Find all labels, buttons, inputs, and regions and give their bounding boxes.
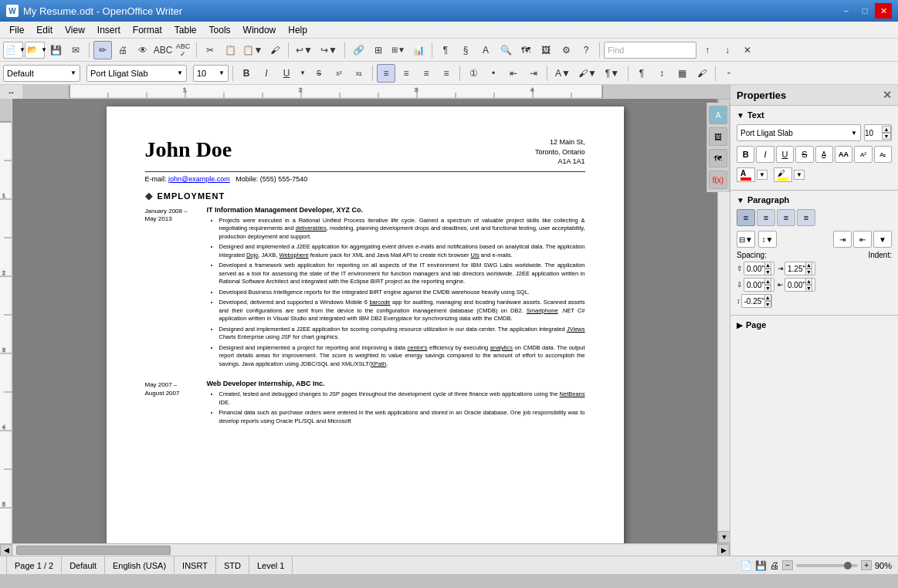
bold-btn[interactable]: B (737, 146, 754, 163)
linesp-panel-btn[interactable]: ↕▼ (758, 231, 777, 248)
indent-right-input[interactable]: 1.25" ▲ ▼ (784, 262, 815, 275)
copy-button[interactable]: 📋 (221, 41, 239, 59)
find-prev-button[interactable]: ↑ (698, 41, 717, 59)
font-color-dropdown[interactable]: A▼ (551, 64, 574, 83)
font-family-dropdown[interactable]: Port Lligat Slab ▼ (737, 124, 861, 141)
below-input[interactable]: 0.00" ▲ ▼ (744, 278, 774, 292)
underline-button[interactable]: U (277, 64, 296, 83)
indent-below-input[interactable]: 0.00" ▲ ▼ (784, 278, 815, 292)
close-button[interactable]: ✕ (875, 3, 892, 19)
scroll-down-button[interactable]: ▼ (718, 531, 730, 543)
indent-more-button[interactable]: ⇥ (524, 64, 543, 83)
navigator-panel-icon[interactable]: 🗺 (709, 149, 727, 167)
indent-options-btn[interactable]: ▼ (873, 231, 892, 248)
indent-less-panel-btn[interactable]: ⇤ (853, 231, 872, 248)
italic-btn[interactable]: I (756, 146, 774, 163)
gallery-panel-icon[interactable]: 🖼 (709, 127, 727, 146)
paragraph-section-header[interactable]: ▼ Paragraph (737, 195, 892, 204)
list-spacing-spinner[interactable]: ▲ ▼ (764, 294, 771, 308)
align-center-panel-btn[interactable]: ≡ (757, 209, 775, 226)
basic-button[interactable]: ⚙ (557, 41, 575, 59)
paste-button[interactable]: 📋▼ (241, 41, 264, 59)
char-format-button[interactable]: ¶▼ (601, 64, 624, 83)
para-style-button[interactable]: ¶ (632, 64, 651, 83)
uppercase-btn[interactable]: AA (835, 146, 852, 163)
border-button[interactable]: ▦ (673, 64, 691, 83)
toolbar-open-dropdown[interactable]: 📂▼ (25, 42, 45, 59)
scroll-left-button[interactable]: ◀ (0, 544, 12, 556)
subscript-button[interactable]: x₂ (350, 64, 368, 83)
linesp-button[interactable]: ↕ (652, 64, 671, 83)
hyperlink-button[interactable]: 🔗 (349, 41, 368, 59)
fields-button[interactable]: § (456, 41, 475, 59)
list-sp-up[interactable]: ▲ (764, 294, 771, 301)
list-style-btn[interactable]: ⊟▼ (737, 231, 755, 248)
fontsize-dropdown[interactable]: 10 ▼ (193, 65, 229, 82)
styles-button[interactable]: ¶ (436, 41, 455, 59)
align-left-panel-btn[interactable]: ≡ (737, 209, 755, 226)
list-spacing-input[interactable]: -0.25" ▲ ▼ (741, 294, 772, 308)
subscript-panel-btn[interactable]: A₂ (874, 146, 892, 163)
font-color-arrow[interactable]: ▼ (757, 170, 768, 180)
menu-view[interactable]: View (59, 23, 91, 37)
align-right-panel-btn[interactable]: ≡ (777, 209, 795, 226)
indent-below-up[interactable]: ▲ (805, 278, 812, 285)
preview-button[interactable]: 👁 (134, 41, 152, 59)
font-size-spinner[interactable]: ▲ ▼ (882, 126, 891, 140)
underline-dropdown[interactable]: ▼ (297, 64, 308, 83)
email-button[interactable]: ✉ (66, 41, 85, 59)
align-right-button[interactable]: ≡ (417, 64, 435, 83)
help-button[interactable]: ? (577, 41, 595, 59)
status-doc-info-btn[interactable]: 📄 (740, 560, 752, 571)
gallery-button[interactable]: 🖼 (537, 41, 555, 59)
menu-insert[interactable]: Insert (91, 23, 127, 37)
cut-button[interactable]: ✂ (201, 41, 219, 59)
autocorrect-button[interactable]: ABC✓ (174, 41, 192, 59)
table-button[interactable]: ⊞ (369, 41, 388, 59)
italic-button[interactable]: I (257, 64, 276, 83)
bold-button[interactable]: B (237, 64, 256, 83)
edit-mode-button[interactable]: ✏ (93, 41, 112, 59)
menu-tools[interactable]: Tools (203, 23, 237, 37)
undo-button[interactable]: ↩▼ (293, 41, 316, 59)
zoom-out-button[interactable]: − (782, 560, 793, 570)
functions-panel-icon[interactable]: f(x) (709, 171, 727, 189)
h-scroll-thumb[interactable] (16, 546, 171, 555)
find-next-button[interactable]: ↓ (718, 41, 737, 59)
menu-format[interactable]: Format (127, 23, 168, 37)
menu-help[interactable]: Help (282, 23, 313, 37)
strikethrough-btn[interactable]: S (795, 146, 813, 163)
above-spinner[interactable]: ▲ ▼ (764, 262, 771, 275)
font-size-up[interactable]: ▲ (882, 126, 891, 133)
align-center-button[interactable]: ≡ (397, 64, 415, 83)
underline-btn[interactable]: U (776, 146, 794, 163)
numbering-button[interactable]: ① (464, 64, 483, 83)
redo-button[interactable]: ↪▼ (317, 41, 341, 59)
below-down[interactable]: ▼ (764, 285, 771, 292)
menu-edit[interactable]: Edit (30, 23, 59, 37)
style-dropdown[interactable]: Default ▼ (3, 65, 80, 82)
indent-more-panel-btn[interactable]: ⇥ (833, 231, 852, 248)
align-left-button[interactable]: ≡ (377, 64, 395, 83)
horizontal-scrollbar[interactable]: ◀ ▶ (0, 543, 730, 556)
toolbar-new-dropdown[interactable]: 📄▼ (3, 42, 23, 59)
highlight-color-dropdown[interactable]: 🖌▼ (576, 64, 599, 83)
menu-table[interactable]: Table (168, 23, 203, 37)
panel-close-button[interactable]: ✕ (883, 89, 892, 101)
zoom-in-button[interactable]: + (861, 560, 872, 570)
above-input[interactable]: 0.00" ▲ ▼ (744, 262, 774, 275)
email-link[interactable]: john@example.com (168, 175, 230, 183)
more-button[interactable]: » (720, 64, 738, 83)
document-scroll-area[interactable]: John Doe 12 Main St, Toronto, Ontario A1… (12, 99, 717, 543)
spellcheck-button[interactable]: ABC (154, 41, 172, 59)
indent-below-spinner[interactable]: ▲ ▼ (805, 278, 812, 292)
align-justify-button[interactable]: ≡ (437, 64, 456, 83)
shadow-btn[interactable]: A̲ (815, 146, 833, 163)
list-sp-down[interactable]: ▼ (764, 301, 771, 308)
superscript-button[interactable]: x² (330, 64, 348, 83)
bgcolor-button[interactable]: 🖌 (693, 64, 711, 83)
chart-button[interactable]: 📊 (409, 41, 428, 59)
styles-panel-icon[interactable]: A (709, 106, 727, 124)
maximize-button[interactable]: □ (856, 3, 873, 19)
fontwork-button[interactable]: A (476, 41, 495, 59)
